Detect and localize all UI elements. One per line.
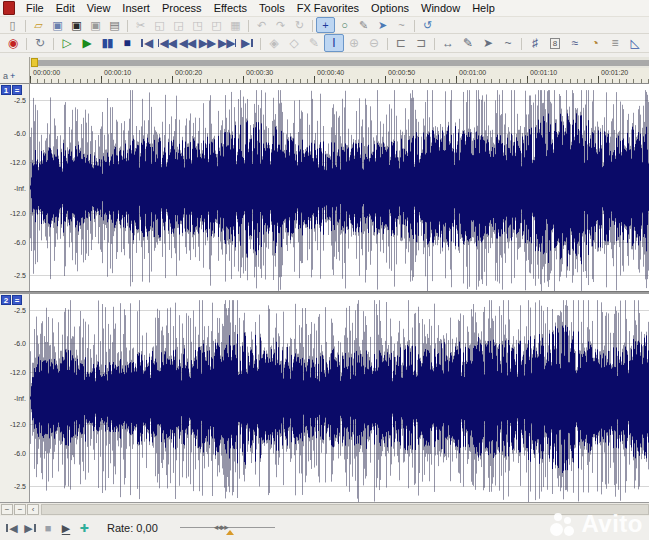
splitter-button[interactable]: − (14, 504, 26, 515)
db-label: -12.0 (10, 421, 26, 428)
auto-scroll-icon[interactable]: a (3, 72, 8, 81)
ruler-timestamp: 00:00:50 (388, 69, 415, 76)
play-button[interactable]: ▶ (77, 34, 97, 52)
repeat-button: ↻ (290, 17, 309, 33)
channel-2: 2=-2.5-6.0-12.0-Inf.-12.0-6.0-2.5 (0, 294, 649, 502)
playbar-remote-connect-button[interactable]: ✚ (75, 520, 93, 536)
scroll-left-button[interactable]: ‹ (27, 504, 39, 515)
save-button[interactable]: ▣ (48, 17, 67, 33)
playbar-play-button[interactable]: ▶ (57, 520, 75, 536)
channel-1: 1=-2.5-6.0-12.0-Inf.-12.0-6.0-2.5 (0, 84, 649, 291)
crossfade-tool-button[interactable]: ♯ (525, 34, 545, 52)
loop-playback-button[interactable]: ↻ (30, 34, 50, 52)
channel-number-badge[interactable]: 1 (1, 85, 11, 95)
bit-depth-8-button[interactable]: 8 (545, 34, 565, 52)
rewind-button[interactable]: ◀◀ (177, 34, 197, 52)
db-scale-channel-2: 2=-2.5-6.0-12.0-Inf.-12.0-6.0-2.5 (0, 294, 30, 502)
go-to-end-button[interactable]: ▶ (237, 34, 257, 52)
db-label: -12.0 (10, 159, 26, 166)
rescan-button[interactable]: ↺ (418, 17, 437, 33)
time-ruler[interactable]: 00:00:0000:00:1000:00:2000:00:3000:00:40… (30, 68, 649, 84)
set-selection-start-button[interactable]: ⊏ (391, 34, 411, 52)
command-tool-button: ✎ (304, 34, 324, 52)
overview-range-bar[interactable] (37, 60, 649, 66)
magic-select-button[interactable]: ➤ (478, 34, 498, 52)
horizontal-scrollbar: −−‹ (0, 502, 649, 516)
graph-fade-1-button[interactable]: ◺ (625, 34, 645, 52)
menu-help[interactable]: Help (466, 1, 501, 15)
menu-window[interactable]: Window (415, 1, 466, 15)
forward-to-marker-button[interactable]: ▶▶ (217, 34, 237, 52)
scrollbar-track[interactable] (41, 504, 649, 515)
menu-items: FileEditViewInsertProcessEffectsToolsFX … (20, 1, 501, 15)
toolbar-separator (387, 38, 388, 50)
playbar-go-to-end-button[interactable]: ▶ (21, 520, 39, 536)
db-label: -2.5 (14, 97, 26, 104)
menu-fx-favorites[interactable]: FX Favorites (291, 1, 365, 15)
print-button[interactable]: ▤ (105, 17, 124, 33)
menu-insert[interactable]: Insert (116, 1, 156, 15)
waveform-channel-1[interactable] (30, 84, 649, 291)
menu-effects[interactable]: Effects (208, 1, 253, 15)
menu-edit[interactable]: Edit (50, 1, 81, 15)
acid-clock-button[interactable]: ◔ (585, 34, 605, 52)
ruler-timestamp: 00:01:00 (459, 69, 486, 76)
rate-normal-marker-icon (226, 530, 234, 535)
scrub-slider[interactable]: ◂◂▸▸ (180, 519, 275, 537)
rewind-to-marker-button[interactable]: ◀◀ (157, 34, 177, 52)
edit-cursor-icon[interactable]: + (10, 72, 15, 81)
db-label: -2.5 (14, 483, 26, 490)
smart-tool-button[interactable]: ➤ (373, 17, 392, 33)
pencil-edit-button[interactable]: ✎ (458, 34, 478, 52)
ruler-corner: a+ (0, 57, 30, 84)
toolbar-separator (26, 38, 27, 50)
open-folder-button[interactable]: ▱ (29, 17, 48, 33)
channel-number-badge[interactable]: 2 (1, 295, 11, 305)
dither-button[interactable]: ≡ (605, 34, 625, 52)
sine-tool-button[interactable]: ~ (498, 34, 518, 52)
menu-options[interactable]: Options (365, 1, 415, 15)
magnify-tool-button[interactable]: ○ (335, 17, 354, 33)
envelope-tool-button[interactable]: ~ (392, 17, 411, 33)
ruler-timestamp: 00:00:10 (104, 69, 131, 76)
edit-tool-button[interactable]: + (316, 17, 335, 33)
toolbar-separator (312, 20, 313, 32)
standard-toolbar: ▯▱▣▣▣▤✂◱◲◳◰▦↶↷↻+○✎➤~↺ (0, 17, 649, 34)
splitter-button[interactable]: − (1, 504, 13, 515)
play-all-button[interactable]: ▷ (57, 34, 77, 52)
auto-ripple-button[interactable]: ↔ (438, 34, 458, 52)
paste-special-button: ◳ (188, 17, 207, 33)
new-file-button[interactable]: ▯ (3, 17, 22, 33)
go-to-start-button[interactable]: ◀ (137, 34, 157, 52)
save-as-button[interactable]: ▣ (67, 17, 86, 33)
overview-position-marker[interactable] (31, 58, 38, 67)
pencil-tool-button[interactable]: ✎ (354, 17, 373, 33)
app-icon[interactable] (3, 1, 15, 15)
waveform-channel-2[interactable] (30, 294, 649, 502)
graph-fade-2-button[interactable]: ◿ (645, 34, 649, 52)
ruler-timestamp: 00:00:20 (175, 69, 202, 76)
playbar-go-to-start-button[interactable]: ◀ (3, 520, 21, 536)
menu-tools[interactable]: Tools (253, 1, 291, 15)
menu-file[interactable]: File (20, 1, 50, 15)
set-selection-end-button[interactable]: ⊐ (411, 34, 431, 52)
menu-process[interactable]: Process (156, 1, 208, 15)
toolbar-separator (260, 38, 261, 50)
zoom-in-time-button: ⊕ (344, 34, 364, 52)
channel-minimize-button[interactable]: = (12, 295, 22, 305)
selection-tool-button[interactable]: I (324, 34, 344, 52)
menu-view[interactable]: View (81, 1, 117, 15)
playbar: ◀▶■▶✚Rate: 0,00 ◂◂▸▸ (0, 516, 649, 540)
channel-badges: 1= (1, 85, 22, 95)
pause-button[interactable]: ▮▮ (97, 34, 117, 52)
mix-button: ▦ (226, 17, 245, 33)
toolbar-separator (414, 20, 415, 32)
stop-button[interactable]: ■ (117, 34, 137, 52)
save-all-button[interactable]: ▣ (86, 17, 105, 33)
playbar-stop-button[interactable]: ■ (39, 520, 57, 536)
channel-minimize-button[interactable]: = (12, 85, 22, 95)
cut-button: ✂ (131, 17, 150, 33)
insert-synthesis-button[interactable]: ≈ (565, 34, 585, 52)
record-button[interactable]: ◉ (3, 34, 23, 52)
forward-button[interactable]: ▶▶ (197, 34, 217, 52)
